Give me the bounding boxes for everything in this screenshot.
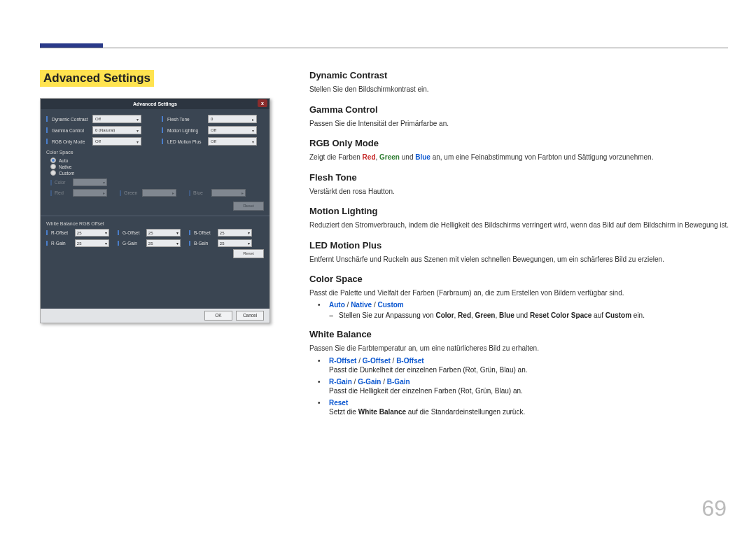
desc-flesh-tone: Verstärkt den rosa Hautton. — [309, 187, 729, 197]
h-led-motion-plus: LED Motion Plus — [309, 240, 729, 251]
advanced-settings-dialog: Advanced Settings x Dynamic Contrast Off… — [40, 98, 270, 323]
desc-white-balance: Passen Sie die Farbtemperatur an, um ein… — [309, 344, 729, 353]
h-flesh-tone: Flesh Tone — [309, 172, 729, 183]
h-rgb-only: RGB Only Mode — [309, 138, 729, 148]
wb-reset-line: Reset Setzt die White Balance auf die St… — [322, 399, 729, 416]
h-gamma-control: Gamma Control — [309, 104, 729, 115]
select-b-offset[interactable]: 25▾ — [218, 229, 252, 237]
h-motion-lighting: Motion Lighting — [309, 206, 729, 216]
select-g-gain[interactable]: 25▾ — [146, 239, 181, 247]
row-flesh-tone: Flesh Tone 0▸ — [162, 115, 260, 123]
select-motion-lighting[interactable]: Off▾ — [208, 126, 257, 134]
doc-column: Dynamic Contrast Stellen Sie den Bildsch… — [309, 70, 729, 426]
radio-custom[interactable]: Custom — [50, 170, 264, 176]
select-dynamic-contrast[interactable]: Off▾ — [92, 115, 141, 123]
group-white-balance: White Balance RGB Offset — [46, 221, 264, 226]
ok-button[interactable]: OK — [204, 311, 232, 321]
page-number: 69 — [701, 496, 727, 521]
select-red[interactable]: ▸ — [73, 189, 107, 197]
select-b-gain[interactable]: 25▾ — [218, 239, 252, 247]
select-r-gain[interactable]: 25▾ — [75, 239, 109, 247]
desc-dynamic-contrast: Stellen Sie den Bildschirmkontrast ein. — [309, 85, 729, 94]
close-icon[interactable]: x — [258, 99, 267, 107]
cancel-button[interactable]: Cancel — [236, 311, 264, 321]
select-green[interactable]: ▸ — [142, 189, 176, 197]
select-flesh-tone[interactable]: 0▸ — [208, 115, 257, 123]
desc-gamma-control: Passen Sie die Intensität der Primärfarb… — [309, 119, 729, 129]
select-r-offset[interactable]: 25▾ — [75, 229, 109, 237]
desc-color-space: Passt die Palette und Vielfalt der Farbe… — [309, 288, 729, 298]
radio-auto[interactable]: Auto — [50, 157, 264, 163]
color-space-options: Auto / Native / Custom Stellen Sie zur A… — [322, 301, 729, 319]
select-led-motion-plus[interactable]: Off▾ — [208, 137, 257, 146]
group-color-space: Color Space — [46, 150, 264, 155]
row-dynamic-contrast: Dynamic Contrast Off▾ — [46, 115, 144, 123]
desc-led-motion-plus: Entfernt Unschärfe und Ruckeln aus Szene… — [309, 255, 729, 265]
h-white-balance: White Balance — [309, 329, 729, 339]
dialog-footer: OK Cancel — [41, 309, 270, 323]
radio-native[interactable]: Native — [50, 164, 264, 169]
wb-offset-line: R-Offset / G-Offset / B-Offset Passt die… — [322, 357, 729, 374]
reset-white-balance-button[interactable]: Reset — [233, 249, 264, 258]
h-dynamic-contrast: Dynamic Contrast — [309, 70, 729, 80]
dialog-titlebar: Advanced Settings x — [41, 99, 270, 109]
reset-color-space-button[interactable]: Reset — [233, 202, 264, 211]
desc-motion-lighting: Reduziert den Stromverbrauch, indem die … — [309, 220, 729, 230]
wb-gain-line: R-Gain / G-Gain / B-Gain Passt die Helli… — [322, 378, 729, 395]
select-gamma-control[interactable]: 0 (Natural)▾ — [92, 126, 141, 134]
custom-color-row: Color▾ — [50, 178, 264, 186]
select-blue[interactable]: ▸ — [211, 189, 246, 197]
select-rgb-only-mode[interactable]: Off▾ — [92, 137, 141, 146]
select-color[interactable]: ▾ — [73, 178, 107, 186]
h-color-space: Color Space — [309, 274, 729, 284]
dialog-title: Advanced Settings — [133, 101, 177, 106]
section-title: Advanced Settings — [40, 70, 154, 87]
desc-rgb-only: Zeigt die Farben Red, Green und Blue an,… — [309, 153, 729, 162]
header-rule — [40, 48, 728, 48]
select-g-offset[interactable]: 25▾ — [146, 229, 181, 237]
